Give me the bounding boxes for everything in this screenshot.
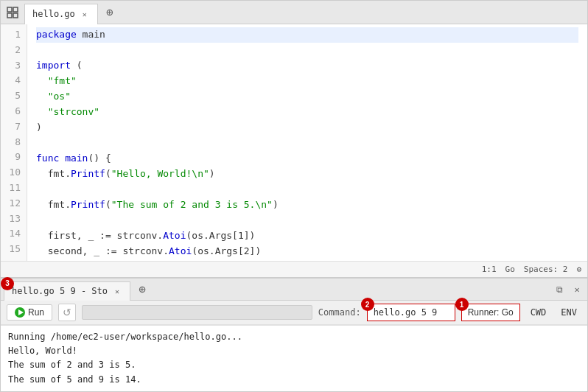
tab-badge: 3	[1, 277, 14, 290]
code-line-13	[36, 213, 578, 228]
settings-icon[interactable]: ⚙	[576, 265, 581, 274]
terminal-tab-label: hello.go 5 9 - Sto	[12, 286, 108, 296]
run-button[interactable]: Run	[7, 304, 52, 321]
run-play-icon	[15, 307, 25, 318]
layout-icon[interactable]	[4, 4, 21, 21]
code-line-2	[36, 43, 578, 58]
editor-tab-label: hello.go	[32, 9, 75, 19]
code-line-14: first, _ := strconv.Atoi(os.Args[1])	[36, 228, 578, 244]
cursor-position: 1:1	[482, 265, 497, 274]
tab-bar-top: hello.go ✕ ⊕	[1, 1, 587, 24]
maximize-panel-button[interactable]: ⧉	[552, 282, 567, 297]
svg-rect-2	[7, 13, 12, 18]
code-line-3: import (	[36, 58, 578, 74]
editor-tab[interactable]: hello.go ✕	[24, 4, 98, 24]
terminal-tab-close[interactable]: ✕	[112, 286, 122, 296]
code-line-8	[36, 136, 578, 151]
runner-badge: 1	[455, 298, 469, 311]
code-editor[interactable]: package main import ( "fmt" "os" "strcon…	[27, 24, 587, 261]
command-input[interactable]	[367, 304, 455, 321]
editor-area: 1 2 3 4 5 6 7 8 9 10 11 12 13 14 15 16 1…	[1, 24, 587, 261]
code-line-10: fmt.Printf("Hello, World!\n")	[36, 167, 578, 182]
line-numbers: 1 2 3 4 5 6 7 8 9 10 11 12 13 14 15 16 1…	[1, 24, 27, 261]
editor-tab-close[interactable]: ✕	[80, 9, 90, 19]
close-panel-button[interactable]: ✕	[570, 282, 584, 297]
cwd-button[interactable]: CWD	[526, 306, 551, 319]
output-line-2: Hello, World!	[8, 344, 580, 358]
output-line-3: The sum of 2 and 3 is 5.	[8, 358, 580, 372]
svg-rect-0	[7, 7, 12, 12]
panel-actions: ⧉ ✕	[552, 282, 584, 297]
svg-rect-1	[13, 7, 18, 12]
status-bar: 1:1 Go Spaces: 2 ⚙	[1, 261, 587, 277]
svg-rect-3	[13, 13, 18, 18]
language-indicator: Go	[505, 265, 515, 274]
editor-wrapper: hello.go ✕ ⊕ 1 2 3 4 5 6 7 8 9 10 11 12 …	[0, 0, 588, 392]
bottom-tab-bar: 3 hello.go 5 9 - Sto ✕ ⊕ ⧉ ✕	[1, 279, 587, 301]
code-line-6: "strconv"	[36, 105, 578, 120]
new-terminal-tab-button[interactable]: ⊕	[133, 281, 151, 298]
bottom-panel: 3 hello.go 5 9 - Sto ✕ ⊕ ⧉ ✕ Run ↺ Comma…	[1, 277, 587, 391]
runner-input[interactable]	[461, 304, 520, 321]
code-line-11	[36, 182, 578, 197]
env-button[interactable]: ENV	[556, 306, 581, 319]
code-line-12: fmt.Printf("The sum of 2 and 3 is 5.\n")	[36, 197, 578, 213]
terminal-controls: Run ↺ Command: 2 1 CWD ENV	[1, 301, 587, 325]
output-line-4: The sum of 5 and 9 is 14.	[8, 373, 580, 387]
command-badge: 2	[361, 298, 374, 311]
progress-bar	[82, 305, 312, 320]
output-area: Running /home/ec2-user/workspace/hello.g…	[1, 325, 587, 391]
code-line-5: "os"	[36, 89, 578, 105]
code-line-7: )	[36, 120, 578, 136]
refresh-button[interactable]: ↺	[58, 304, 76, 321]
new-tab-button[interactable]: ⊕	[101, 4, 119, 21]
code-line-9: func main() {	[36, 151, 578, 167]
code-line-4: "fmt"	[36, 74, 578, 89]
code-line-1: package main	[36, 27, 578, 43]
run-button-label: Run	[28, 307, 44, 318]
terminal-tab[interactable]: 3 hello.go 5 9 - Sto ✕	[4, 281, 130, 301]
code-line-15: second, _ := strconv.Atoi(os.Args[2])	[36, 244, 578, 259]
spaces-indicator: Spaces: 2	[524, 265, 568, 274]
command-label: Command:	[318, 307, 361, 318]
output-line-1: Running /home/ec2-user/workspace/hello.g…	[8, 330, 580, 344]
